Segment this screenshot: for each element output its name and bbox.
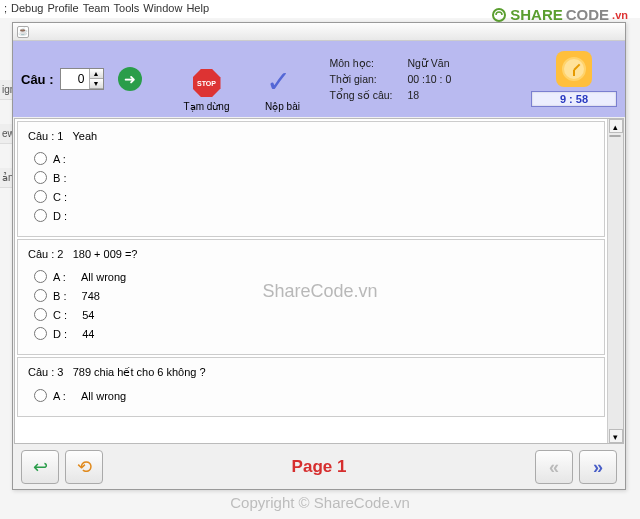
watermark-copyright: Copyright © ShareCode.vn [230, 494, 409, 511]
spinner-down[interactable]: ▼ [89, 79, 103, 89]
submit-label: Nộp bài [265, 101, 300, 112]
menu-tools[interactable]: Tools [114, 2, 140, 16]
question-card: Câu : 3 789 chia hết cho 6 không ? A : A… [17, 357, 605, 417]
spinner-up[interactable]: ▲ [89, 69, 103, 79]
timer-box: 9 : 58 [531, 51, 617, 107]
option-radio[interactable] [34, 308, 47, 321]
stop-icon: STOP [193, 69, 221, 97]
java-icon: ☕ [17, 26, 29, 38]
menu-profile[interactable]: Profile [47, 2, 78, 16]
option-radio[interactable] [34, 209, 47, 222]
go-button[interactable]: ➜ [118, 67, 142, 91]
option-radio[interactable] [34, 270, 47, 283]
arrow-right-icon: ➜ [124, 71, 136, 87]
menu-debug[interactable]: Debug [11, 2, 43, 16]
option-radio[interactable] [34, 171, 47, 184]
quiz-header: Câu : ▲ ▼ ➜ STOP Tạm dừng ✓ Nộp bài Môn … [13, 41, 625, 117]
window-titlebar[interactable]: ☕ [13, 23, 625, 41]
quiz-info: Môn học:Ngữ Văn Thời gian:00 :10 : 0 Tổn… [330, 57, 452, 101]
quiz-app-window: ☕ Câu : ▲ ▼ ➜ STOP Tạm dừng ✓ Nộp bài Mô… [12, 22, 626, 490]
menu-team[interactable]: Team [83, 2, 110, 16]
check-icon: ✓ [266, 71, 300, 97]
timer-display: 9 : 58 [531, 91, 617, 107]
menu-help[interactable]: Help [186, 2, 209, 16]
question-card: Câu : 2 180 + 009 =? A : All wrong B : 7… [17, 239, 605, 355]
option-radio[interactable] [34, 327, 47, 340]
question-panel: Câu : 1 Yeah A : B : C : D : Câu : 2 180… [14, 118, 624, 444]
question-number-input[interactable] [61, 70, 89, 88]
scroll-thumb[interactable] [609, 135, 621, 137]
watermark-logo: SHARECODE.vn [491, 6, 628, 23]
scroll-up-button[interactable]: ▴ [609, 119, 623, 133]
option-radio[interactable] [34, 152, 47, 165]
pause-label: Tạm dừng [184, 101, 230, 112]
next-page-button[interactable]: » [579, 450, 617, 484]
clock-icon [556, 51, 592, 87]
page-indicator: Page 1 [109, 457, 529, 477]
back-button[interactable]: ↩ [21, 450, 59, 484]
question-list[interactable]: Câu : 1 Yeah A : B : C : D : Câu : 2 180… [15, 119, 607, 443]
refresh-button[interactable]: ⟲ [65, 450, 103, 484]
menu-window[interactable]: Window [143, 2, 182, 16]
prev-page-button[interactable]: « [535, 450, 573, 484]
scrollbar[interactable]: ▴ ▾ [607, 119, 623, 443]
option-radio[interactable] [34, 289, 47, 302]
svg-point-0 [493, 9, 505, 21]
question-card: Câu : 1 Yeah A : B : C : D : [17, 121, 605, 237]
option-radio[interactable] [34, 190, 47, 203]
scroll-down-button[interactable]: ▾ [609, 429, 623, 443]
question-spinner[interactable]: ▲ ▼ [60, 68, 104, 90]
option-radio[interactable] [34, 389, 47, 402]
pause-button[interactable]: STOP Tạm dừng [172, 46, 242, 112]
question-nav-label: Câu : [21, 72, 54, 87]
footer: ↩ ⟲ Page 1 « » [13, 445, 625, 489]
submit-button[interactable]: ✓ Nộp bài [248, 46, 318, 112]
